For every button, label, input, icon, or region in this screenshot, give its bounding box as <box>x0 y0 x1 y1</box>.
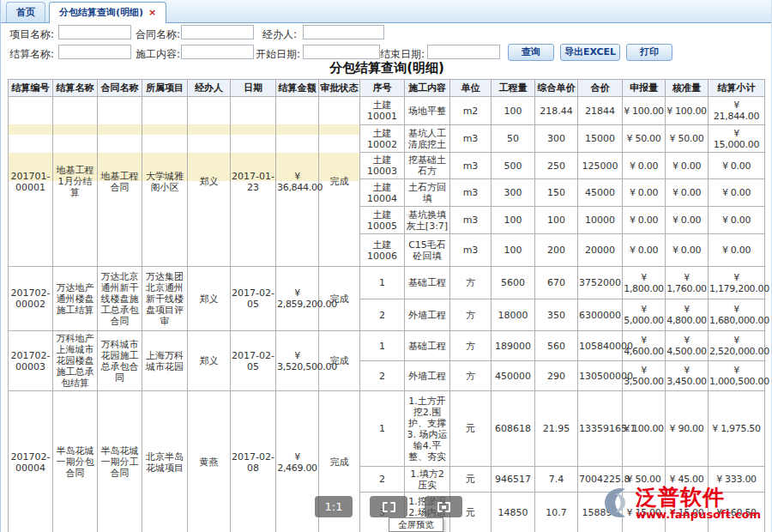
column-header[interactable]: 综合单价 <box>535 80 578 97</box>
td-subtotal: ¥ 1,975.50 <box>709 391 765 467</box>
td-total: 20000 <box>578 234 623 267</box>
td-amount: ¥ 3,520,500.00 <box>276 331 319 391</box>
column-header[interactable]: 合同名称 <box>98 80 142 97</box>
td-seq: 1 <box>360 331 405 361</box>
end-date-input[interactable] <box>427 45 500 59</box>
td-quantity: 450000 <box>492 361 535 391</box>
fit-screen-button[interactable] <box>370 496 407 517</box>
td-unit: 元 <box>450 391 492 467</box>
column-header[interactable]: 施工内容 <box>405 80 450 97</box>
fullscreen-tooltip: 全屏预览 <box>389 517 443 532</box>
column-header[interactable]: 申报量 <box>623 80 666 97</box>
td-seq: 土建10002 <box>360 125 405 153</box>
td-declared: ¥ 0.00 <box>623 207 666 234</box>
tab-close-icon[interactable]: × <box>148 7 156 18</box>
table-row[interactable]: 201702-00004 半岛花城一期分包合同 半岛花城一期分工合同 北京半岛花… <box>9 391 765 467</box>
td-total: 105840000 <box>578 331 623 361</box>
td-handler: 黄燕 <box>188 391 231 532</box>
fullscreen-preview-button[interactable] <box>425 496 462 517</box>
table-row[interactable]: 201702-00003 万科地产上海城市花园楼盘施工总承包结算 万科城市花园施… <box>9 331 765 361</box>
td-total: 7004225.8 <box>578 467 623 493</box>
td-content: 1.填方2压实 <box>405 467 450 493</box>
td-unit: m3 <box>450 125 492 153</box>
td-declared: ¥ 5,000.00 <box>623 299 666 331</box>
td-seq: 1 <box>360 391 405 467</box>
column-header[interactable]: 核准量 <box>666 80 709 97</box>
column-header[interactable]: 序号 <box>360 80 405 97</box>
fullscreen-icon <box>437 502 450 512</box>
contract-name-input[interactable] <box>181 25 254 39</box>
td-approved: ¥ 45.00 <box>666 467 709 493</box>
column-header[interactable]: 结算金额 <box>276 80 319 97</box>
td-total: 15000 <box>578 125 623 153</box>
td-total: 3752000 <box>578 267 623 299</box>
td-declared: ¥ 0.00 <box>623 153 666 179</box>
td-project: 万达集团北京通州新干线楼盘项目评审 <box>142 267 188 331</box>
zoom-ratio-label: 1:1 <box>325 500 343 513</box>
td-contract: 万达北京通州新干线楼盘施工总承包合同 <box>98 267 142 331</box>
td-total: 10000 <box>578 207 623 234</box>
table-row[interactable]: 201701-00001 地基工程1月分结算 地基工程合同 大学城雅阁小区 郑义… <box>9 97 765 125</box>
td-subtotal: ¥ 15,000.00 <box>709 125 765 153</box>
column-header[interactable]: 合价 <box>578 80 623 97</box>
column-header[interactable]: 日期 <box>231 80 276 97</box>
export-excel-button[interactable]: 导出EXCEL <box>560 44 620 61</box>
td-unit-price: 10.7 <box>535 493 578 532</box>
query-button[interactable]: 查询 <box>508 44 554 61</box>
column-header[interactable]: 工程量 <box>492 80 535 97</box>
td-approved: ¥ 0.00 <box>666 153 709 179</box>
td-total: 13359165.1 <box>578 391 623 467</box>
column-header[interactable]: 单位 <box>450 80 492 97</box>
table-row[interactable]: 201702-00002 万达地产通州楼盘施工结算 万达北京通州新干线楼盘施工总… <box>9 267 765 299</box>
td-seq: 土建10005 <box>360 207 405 234</box>
project-name-input[interactable] <box>58 25 131 39</box>
td-unit: 方 <box>450 331 492 361</box>
start-date-input[interactable] <box>303 45 380 59</box>
contract-name-label: 合同名称: <box>136 27 180 42</box>
td-date: 2017-01-23 <box>231 97 276 267</box>
td-unit-price: 670 <box>535 267 578 299</box>
td-approved: ¥ 90.00 <box>666 391 709 467</box>
td-handler: 郑义 <box>188 97 231 267</box>
handler-label: 经办人: <box>262 27 297 42</box>
header-row: 结算编号 结算名称 合同名称 所属项目 经办人 日期 结算金额 审批状态 序号 … <box>9 80 765 97</box>
zoom-actual-size-button[interactable]: 1:1 <box>315 496 353 517</box>
td-seq: 2 <box>360 361 405 391</box>
td-quantity: 18000 <box>492 299 535 331</box>
td-declared: ¥ 0.00 <box>623 234 666 267</box>
td-approved: ¥ 15.00 <box>666 493 709 532</box>
handler-input[interactable] <box>303 25 384 39</box>
fit-screen-icon <box>383 502 395 512</box>
td-declared: ¥ 0.00 <box>623 179 666 207</box>
td-total: 125000 <box>578 153 623 179</box>
td-unit: 元 <box>450 467 492 493</box>
tab-settlement-query[interactable]: 分包结算查询(明细)× <box>49 2 166 23</box>
td-declared: ¥ 50.00 <box>623 125 666 153</box>
column-header[interactable]: 所属项目 <box>142 80 188 97</box>
td-date: 2017-02-08 <box>231 391 276 532</box>
td-settlement-no: 201702-00004 <box>9 391 53 532</box>
td-subtotal: ¥ 0.00 <box>709 234 765 267</box>
td-seq: 2 <box>360 299 405 331</box>
td-quantity: 300 <box>492 179 535 207</box>
td-quantity: 500 <box>492 153 535 179</box>
column-header[interactable]: 审批状态 <box>319 80 360 97</box>
settlement-name-input[interactable] <box>58 45 131 59</box>
td-settlement-no: 201702-00003 <box>9 331 53 391</box>
td-unit-price: 100 <box>535 207 578 234</box>
column-header[interactable]: 结算名称 <box>53 80 98 97</box>
construction-content-input[interactable] <box>181 45 254 59</box>
column-header[interactable]: 结算小计 <box>709 80 765 97</box>
settlement-table: 结算编号 结算名称 合同名称 所属项目 经办人 日期 结算金额 审批状态 序号 … <box>8 79 765 532</box>
tab-home[interactable]: 首页 <box>6 2 45 22</box>
td-amount: ¥ 2,859,200.00 <box>276 267 319 331</box>
app-window: 首页 分包结算查询(明细)× 项目名称: 合同名称: 经办人: 结算名称: 施工… <box>0 0 772 532</box>
column-header[interactable]: 经办人 <box>188 80 231 97</box>
td-subtotal: ¥ 0.00 <box>709 207 765 234</box>
td-amount: ¥ 2,469.00 <box>276 391 319 532</box>
column-header[interactable]: 结算编号 <box>9 80 53 97</box>
print-button[interactable]: 打印 <box>626 44 672 61</box>
td-contract: 半岛花城一期分工合同 <box>98 391 142 532</box>
td-declared: ¥ 50.00 <box>623 467 666 493</box>
td-approved: ¥ 50.00 <box>666 125 709 153</box>
